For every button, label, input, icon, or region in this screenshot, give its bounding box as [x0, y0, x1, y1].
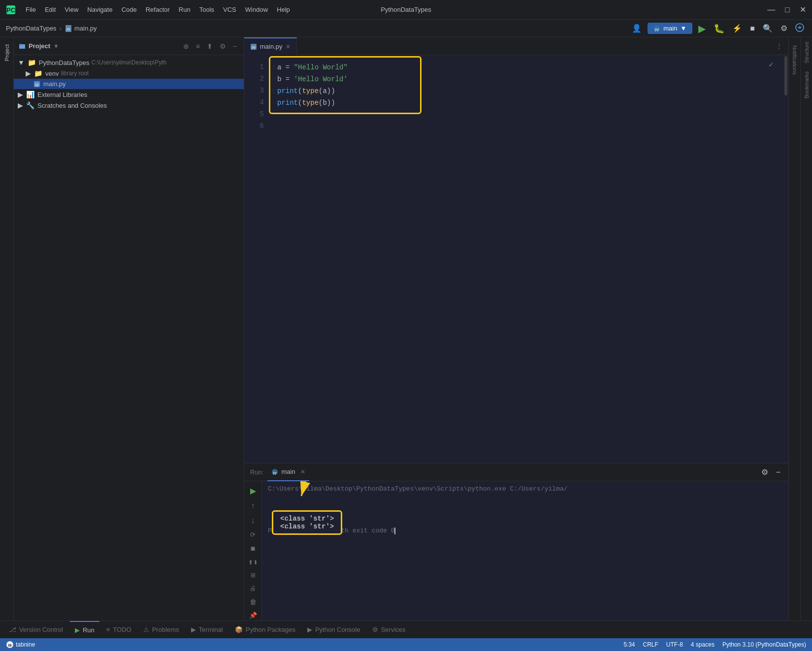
content-area: Project Project ▼ ⊕ ≡ ⬆ ⚙ − [0, 37, 812, 620]
menu-help[interactable]: Help [273, 4, 294, 15]
stop-button[interactable]: ■ [748, 22, 757, 35]
tab-version-control[interactable]: ⎇ Version Control [4, 621, 68, 639]
project-strip-label[interactable]: Project [4, 41, 10, 64]
hide-panel-button[interactable]: − [231, 41, 239, 51]
interpreter-indicator[interactable]: Python 3.10 (PythonDataTypes) [722, 641, 806, 648]
toolbox-button[interactable] [793, 21, 806, 36]
file-tree: ▼ 📁 PythonDataTypes C:\Users\yilma\Deskt… [14, 55, 244, 620]
run-print-button[interactable]: 🖨 [246, 583, 260, 594]
tree-root[interactable]: ▼ 📁 PythonDataTypes C:\Users\yilma\Deskt… [14, 57, 244, 68]
encoding-indicator[interactable]: UTF-8 [666, 641, 683, 648]
title-bar: PC File Edit View Navigate Code Refactor… [0, 0, 812, 20]
tree-mainpy[interactable]: py main.py [14, 79, 244, 89]
tree-extlibs[interactable]: ▶ 📊 External Libraries [14, 89, 244, 100]
code-line-2: b = 'Hello World' [272, 73, 780, 85]
line-col-indicator[interactable]: 5:34 [623, 641, 635, 648]
search-button[interactable]: 🔍 [761, 22, 775, 35]
scratches-icon: 🔧 [26, 101, 34, 109]
editor-and-run: py main.py ✕ ⋮ 1 2 3 4 5 6 [244, 37, 788, 620]
cursor-blink [394, 527, 395, 534]
chevron-right-icon: ▶ [26, 69, 31, 77]
tab-file-icon: py [250, 43, 257, 50]
menu-tools[interactable]: Tools [195, 4, 218, 15]
problems-label: Problems [152, 626, 179, 633]
tab-todo[interactable]: ≡ TODO [101, 621, 136, 639]
panel-title: Project ▼ [19, 42, 59, 50]
settings-button[interactable]: ⚙ [779, 22, 789, 35]
maximize-button[interactable]: □ [783, 3, 792, 16]
tree-venv[interactable]: ▶ 📁 venv library root [14, 68, 244, 79]
run-button[interactable]: ▶ [696, 21, 708, 36]
menu-file[interactable]: File [22, 4, 40, 15]
run-down-button[interactable]: ↓ [246, 514, 260, 527]
minimize-button[interactable]: — [765, 3, 777, 16]
menu-window[interactable]: Window [241, 4, 272, 15]
line-ending-indicator[interactable]: CRLF [643, 641, 658, 648]
menu-view[interactable]: View [61, 4, 82, 15]
menu-vcs[interactable]: VCS [219, 4, 240, 15]
services-label: Services [381, 626, 406, 633]
run-delete-button[interactable]: 🗑 [246, 596, 260, 608]
structure-button[interactable]: Structure [802, 37, 812, 67]
tab-python-console[interactable]: ▶ Python Console [302, 621, 365, 639]
bookmarks-button[interactable]: Bookmarks [802, 67, 812, 102]
tree-scratches[interactable]: ▶ 🔧 Scratches and Consoles [14, 100, 244, 111]
tab-run[interactable]: ▶ Run [70, 621, 99, 639]
run-split-button[interactable]: ⊞ [246, 570, 260, 581]
window-controls: — □ ✕ [765, 3, 808, 16]
indent-indicator[interactable]: 4 spaces [691, 641, 715, 648]
file-icon: py [65, 25, 72, 32]
settings-gear-button[interactable]: ⚙ [218, 41, 228, 51]
output-line-1: <class 'str'> [280, 515, 334, 523]
window-title: PythonDataTypes [381, 6, 431, 13]
tabnine-logo: t9 tabnine [6, 641, 35, 649]
new-file-button[interactable]: ⊕ [181, 41, 191, 51]
code-editor[interactable]: a = "Hello World" b = 'Hello World' prin… [268, 55, 783, 463]
tab-python-packages[interactable]: 📦 Python Packages [230, 621, 300, 639]
tab-overflow-button[interactable]: ⋮ [770, 42, 788, 50]
breadcrumb-file[interactable]: main.py [74, 25, 97, 32]
run-tab-main[interactable]: py main ✕ [267, 464, 309, 481]
run-rerun-button[interactable]: ⟳ [246, 529, 260, 540]
scroll-thumb [784, 56, 787, 95]
run-play-button[interactable]: ▶ [246, 484, 260, 497]
services-icon: ⚙ [372, 626, 378, 633]
profile-button[interactable]: ⚡ [730, 22, 744, 35]
tab-problems[interactable]: ⚠ Problems [138, 621, 184, 639]
run-tab-close[interactable]: ✕ [300, 468, 305, 475]
breadcrumb-project[interactable]: PythonDataTypes [6, 25, 57, 32]
account-button[interactable]: 👤 [630, 22, 644, 35]
collapse-all-button[interactable]: ≡ [194, 41, 202, 51]
branch-button[interactable]: py main ▼ [648, 23, 692, 34]
chart-icon: 📊 [26, 91, 34, 98]
run-header: Run: py main ✕ ⚙ − [244, 464, 788, 481]
expand-button[interactable]: ⬆ [205, 41, 215, 51]
menu-navigate[interactable]: Navigate [83, 4, 116, 15]
debug-button[interactable]: 🐛 [712, 21, 726, 36]
tab-services[interactable]: ⚙ Services [367, 621, 411, 639]
tab-mainpy[interactable]: py main.py ✕ [244, 37, 297, 55]
run-filter-button[interactable]: ⬆⬇ [246, 557, 260, 568]
folder-open-icon: 📁 [28, 59, 36, 66]
chevron-down-icon: ▼ [18, 59, 25, 66]
editor-scrollbar[interactable] [783, 55, 788, 463]
run-minimize-button[interactable]: − [774, 466, 782, 479]
notifications-label[interactable]: Notifications [792, 41, 798, 79]
tab-terminal[interactable]: ▶ Terminal [186, 621, 228, 639]
tab-close-button[interactable]: ✕ [286, 43, 291, 50]
run-up-button[interactable]: ↑ [246, 499, 260, 512]
run-stop-button[interactable]: ■ [246, 542, 260, 555]
editor-content[interactable]: 1 2 3 4 5 6 a = "Hello World" b = 'Hello… [244, 55, 788, 463]
svg-text:py: py [655, 27, 659, 31]
menu-edit[interactable]: Edit [41, 4, 60, 15]
run-pin-button[interactable]: 📌 [246, 610, 260, 620]
python-packages-icon: 📦 [235, 626, 243, 633]
menu-code[interactable]: Code [118, 4, 141, 15]
run-tab-icon: py [271, 468, 278, 475]
panel-dropdown-icon[interactable]: ▼ [53, 43, 59, 50]
menu-refactor[interactable]: Refactor [142, 4, 174, 15]
menu-run[interactable]: Run [175, 4, 195, 15]
breadcrumb: PythonDataTypes › py main.py [6, 25, 97, 32]
run-settings-button[interactable]: ⚙ [759, 465, 770, 479]
close-button[interactable]: ✕ [798, 3, 808, 16]
